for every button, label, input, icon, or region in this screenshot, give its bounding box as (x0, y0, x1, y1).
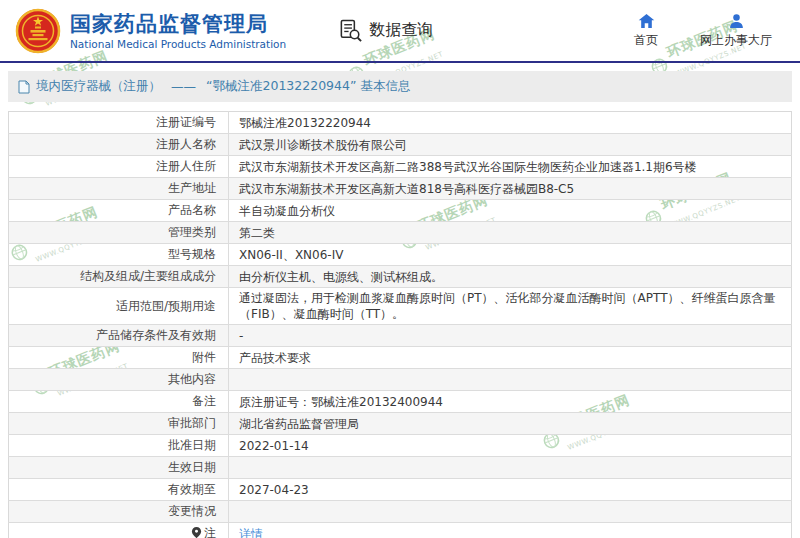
nav-service-hall-label: 网上办事大厅 (700, 32, 772, 49)
nav-data-query[interactable]: 数据查询 (338, 18, 433, 43)
row-value (229, 457, 792, 479)
row-label: 其他内容 (9, 369, 229, 391)
breadcrumb-title: “鄂械注准20132220944” 基本信息 (206, 78, 410, 95)
brand-text: 国家药品监督管理局 National Medical Products Admi… (70, 12, 286, 50)
row-label: 注册人名称 (9, 134, 229, 156)
row-value: 2027-04-23 (229, 479, 792, 501)
row-value: 鄂械注准20132220944 (229, 112, 792, 134)
row-value: 产品技术要求 (229, 347, 792, 369)
row-label: 管理类别 (9, 222, 229, 244)
table-row: 适用范围/预期用途通过凝固法，用于检测血浆凝血酶原时间（PT）、活化部分凝血活酶… (9, 288, 792, 325)
national-emblem-icon (14, 7, 62, 55)
info-table-body: 注册证编号鄂械注准20132220944注册人名称武汉景川诊断技术股份有限公司注… (9, 112, 792, 538)
row-label: 有效期至 (9, 479, 229, 501)
row-value: 详情 (229, 523, 792, 538)
nav-service-hall[interactable]: 网上办事大厅 (700, 13, 772, 49)
row-value: 通过凝固法，用于检测血浆凝血酶原时间（PT）、活化部分凝血活酶时间（APTT）、… (229, 288, 792, 325)
breadcrumb-category[interactable]: 境内医疗器械（注册） (36, 78, 161, 95)
row-value: 湖北省药品监督管理局 (229, 413, 792, 435)
row-label: 审批部门 (9, 413, 229, 435)
header-divider (0, 61, 800, 63)
row-value: 武汉市东湖新技术开发区高新二路388号武汉光谷国际生物医药企业加速器1.1期6号… (229, 156, 792, 178)
row-label: 产品储存条件及有效期 (9, 325, 229, 347)
row-value: 第二类 (229, 222, 792, 244)
brand: 国家药品监督管理局 National Medical Products Admi… (14, 7, 286, 55)
table-row: 生产地址武汉市东湖新技术开发区高新大道818号高科医疗器械园B8-C5 (9, 178, 792, 200)
table-row: 备注原注册证号：鄂械注准20132400944 (9, 391, 792, 413)
table-row: 结构及组成/主要组成成分由分析仪主机、电源线、测试杯组成。 (9, 266, 792, 288)
table-row: 附件产品技术要求 (9, 347, 792, 369)
table-row: 注详情 (9, 523, 792, 538)
row-value: 由分析仪主机、电源线、测试杯组成。 (229, 266, 792, 288)
table-row: 产品名称半自动凝血分析仪 (9, 200, 792, 222)
row-label: 注册人住所 (9, 156, 229, 178)
person-icon (728, 13, 745, 29)
table-row: 审批部门湖北省药品监督管理局 (9, 413, 792, 435)
agency-title: 国家药品监督管理局 (70, 12, 286, 36)
row-label: 注册证编号 (9, 112, 229, 134)
row-label: 型号规格 (9, 244, 229, 266)
table-row: 批准日期2022-01-14 (9, 435, 792, 457)
row-label: 附件 (9, 347, 229, 369)
table-row: 注册人住所武汉市东湖新技术开发区高新二路388号武汉光谷国际生物医药企业加速器1… (9, 156, 792, 178)
row-label: 结构及组成/主要组成成分 (9, 266, 229, 288)
row-value: 武汉景川诊断技术股份有限公司 (229, 134, 792, 156)
pin-icon (191, 526, 202, 538)
header: 国家药品监督管理局 National Medical Products Admi… (0, 0, 800, 61)
nav-home-label: 首页 (634, 32, 658, 49)
row-value: XN06-II、XN06-IV (229, 244, 792, 266)
detail-link[interactable]: 详情 (239, 527, 263, 538)
document-icon (18, 80, 30, 94)
row-value: - (229, 325, 792, 347)
row-value: 武汉市东湖新技术开发区高新大道818号高科医疗器械园B8-C5 (229, 178, 792, 200)
breadcrumb: 境内医疗器械（注册） —— “鄂械注准20132220944” 基本信息 (8, 71, 792, 102)
nav-home[interactable]: 首页 (634, 13, 658, 49)
breadcrumb-separator: —— (171, 79, 196, 94)
row-label: 产品名称 (9, 200, 229, 222)
row-value (229, 369, 792, 391)
table-row: 生效日期 (9, 457, 792, 479)
row-label: 生产地址 (9, 178, 229, 200)
row-label: 备注 (9, 391, 229, 413)
row-label: 适用范围/预期用途 (9, 288, 229, 325)
table-row: 有效期至2027-04-23 (9, 479, 792, 501)
row-label: 变更情况 (9, 501, 229, 523)
row-value: 2022-01-14 (229, 435, 792, 457)
row-label: 生效日期 (9, 457, 229, 479)
row-value: 原注册证号：鄂械注准20132400944 (229, 391, 792, 413)
table-row: 注册证编号鄂械注准20132220944 (9, 112, 792, 134)
row-value (229, 501, 792, 523)
data-query-label: 数据查询 (369, 20, 433, 41)
table-row: 变更情况 (9, 501, 792, 523)
table-row: 注册人名称武汉景川诊断技术股份有限公司 (9, 134, 792, 156)
table-row: 产品储存条件及有效期- (9, 325, 792, 347)
row-value: 半自动凝血分析仪 (229, 200, 792, 222)
page: 国家药品监督管理局 National Medical Products Admi… (0, 0, 800, 538)
header-nav: 首页 网上办事大厅 (634, 13, 772, 49)
table-row: 其他内容 (9, 369, 792, 391)
row-label: 批准日期 (9, 435, 229, 457)
data-query-icon (338, 18, 363, 43)
table-row: 管理类别第二类 (9, 222, 792, 244)
info-table: 注册证编号鄂械注准20132220944注册人名称武汉景川诊断技术股份有限公司注… (8, 111, 792, 538)
row-label: 注 (9, 523, 229, 538)
home-icon (638, 13, 655, 29)
table-row: 型号规格XN06-II、XN06-IV (9, 244, 792, 266)
agency-subtitle: National Medical Products Administration (70, 38, 286, 50)
